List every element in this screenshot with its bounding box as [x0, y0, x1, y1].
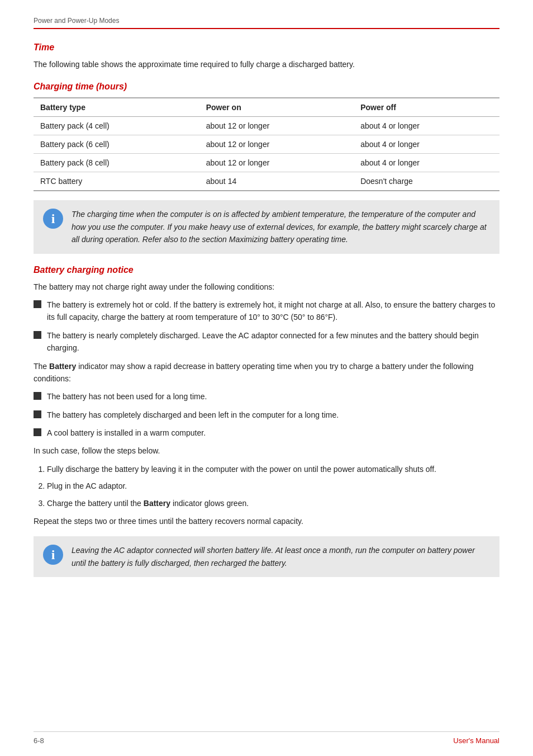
- charging-table-heading: Charging time (hours): [34, 82, 499, 92]
- step-1: Fully discharge the battery by leaving i…: [47, 463, 499, 475]
- step-2-text: Plug in the AC adaptor.: [47, 481, 127, 490]
- col-battery-type: Battery type: [34, 98, 199, 117]
- table-cell-3-1: about 14: [199, 172, 354, 191]
- charging-bullets: The battery is extremely hot or cold. If…: [34, 299, 499, 355]
- step-3-text-before: Charge the battery until the: [47, 499, 144, 508]
- condition-square-3: [34, 428, 41, 436]
- condition-text-2: The battery has completely discharged an…: [47, 409, 339, 421]
- repeat-text: Repeat the steps two or three times unti…: [34, 515, 499, 527]
- bullet-item-2: The battery is nearly completely dischar…: [34, 329, 499, 355]
- breadcrumb: Power and Power-Up Modes: [34, 17, 119, 25]
- svg-text:i: i: [51, 547, 55, 562]
- condition-text-1: The battery has not been used for a long…: [47, 390, 207, 403]
- info-text-1: The charging time when the computer is o…: [72, 208, 491, 245]
- info-box-2: i Leaving the AC adaptor connected will …: [34, 536, 499, 577]
- bullet-square-1: [34, 300, 41, 308]
- steps-list: Fully discharge the battery by leaving i…: [34, 463, 499, 509]
- time-description: The following table shows the approximat…: [34, 58, 499, 70]
- table-cell-0-0: Battery pack (4 cell): [34, 117, 199, 135]
- step-2: Plug in the AC adaptor.: [47, 480, 499, 492]
- info-icon-2: i: [42, 544, 64, 565]
- condition-text-3: A cool battery is installed in a warm co…: [47, 427, 206, 439]
- battery-charging-notice-heading: Battery charging notice: [34, 265, 499, 275]
- indicator-bold: Battery: [49, 362, 76, 371]
- bullet-square-2: [34, 331, 41, 339]
- info-icon-1: i: [42, 208, 64, 229]
- battery-charging-notice-section: Battery charging notice The battery may …: [34, 265, 499, 528]
- table-cell-1-1: about 12 or longer: [199, 135, 354, 154]
- indicator-before: The: [34, 362, 49, 371]
- table-row: Battery pack (6 cell)about 12 or longera…: [34, 135, 499, 154]
- table-cell-3-2: Doesn't charge: [354, 172, 499, 191]
- bullet-text-2: The battery is nearly completely dischar…: [47, 329, 499, 355]
- bullet-item-1: The battery is extremely hot or cold. If…: [34, 299, 499, 324]
- table-row: RTC batteryabout 14Doesn't charge: [34, 172, 499, 191]
- indicator-text: The Battery indicator may show a rapid d…: [34, 360, 499, 385]
- condition-square-2: [34, 410, 41, 418]
- indicator-after: indicator may show a rapid decrease in b…: [34, 362, 474, 383]
- col-power-on: Power on: [199, 98, 354, 117]
- table-row: Battery pack (8 cell)about 12 or longera…: [34, 154, 499, 172]
- step-3-bold: Battery: [144, 499, 170, 508]
- table-cell-1-2: about 4 or longer: [354, 135, 499, 154]
- battery-charging-intro: The battery may not charge right away un…: [34, 281, 499, 293]
- charging-table-section: Charging time (hours) Battery type Power…: [34, 82, 499, 191]
- table-cell-3-0: RTC battery: [34, 172, 199, 191]
- condition-item-1: The battery has not been used for a long…: [34, 390, 499, 403]
- footer: 6-8 User's Manual: [34, 731, 499, 745]
- bullet-text-1: The battery is extremely hot or cold. If…: [47, 299, 499, 324]
- step-3-text-after: indicator glows green.: [170, 499, 249, 508]
- table-cell-2-2: about 4 or longer: [354, 154, 499, 172]
- table-cell-0-2: about 4 or longer: [354, 117, 499, 135]
- table-cell-1-0: Battery pack (6 cell): [34, 135, 199, 154]
- table-cell-2-0: Battery pack (8 cell): [34, 154, 199, 172]
- footer-left: 6-8: [34, 736, 44, 745]
- condition-bullets: The battery has not been used for a long…: [34, 390, 499, 439]
- condition-item-3: A cool battery is installed in a warm co…: [34, 427, 499, 439]
- top-bar: Power and Power-Up Modes: [34, 17, 499, 29]
- table-cell-2-1: about 12 or longer: [199, 154, 354, 172]
- table-cell-0-1: about 12 or longer: [199, 117, 354, 135]
- info-text-2: Leaving the AC adaptor connected will sh…: [72, 544, 491, 569]
- step-1-text: Fully discharge the battery by leaving i…: [47, 465, 436, 474]
- col-power-off: Power off: [354, 98, 499, 117]
- info-box-1: i The charging time when the computer is…: [34, 200, 499, 253]
- time-section: Time The following table shows the appro…: [34, 42, 499, 70]
- in-such-case: In such case, follow the steps below.: [34, 445, 499, 457]
- svg-text:i: i: [51, 211, 55, 226]
- step-3: Charge the battery until the Battery ind…: [47, 497, 499, 509]
- condition-item-2: The battery has completely discharged an…: [34, 409, 499, 421]
- table-row: Battery pack (4 cell)about 12 or longera…: [34, 117, 499, 135]
- charging-table: Battery type Power on Power off Battery …: [34, 97, 499, 191]
- condition-square-1: [34, 392, 41, 400]
- footer-right: User's Manual: [453, 736, 499, 745]
- time-heading: Time: [34, 42, 499, 53]
